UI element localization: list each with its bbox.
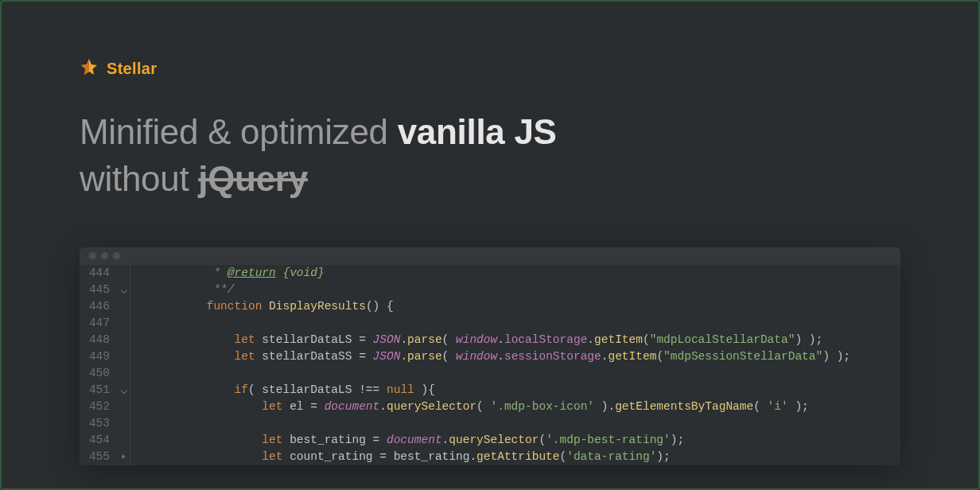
gutter [116, 265, 130, 282]
gutter [116, 348, 130, 365]
gutter [116, 449, 130, 465]
gutter [116, 332, 130, 348]
gutter [116, 365, 130, 382]
gutter [116, 282, 130, 298]
gutter [116, 399, 130, 415]
gutter [116, 298, 130, 315]
gutter [116, 315, 130, 332]
gutter [116, 382, 130, 399]
gutter [116, 415, 130, 432]
gutter [116, 432, 130, 449]
